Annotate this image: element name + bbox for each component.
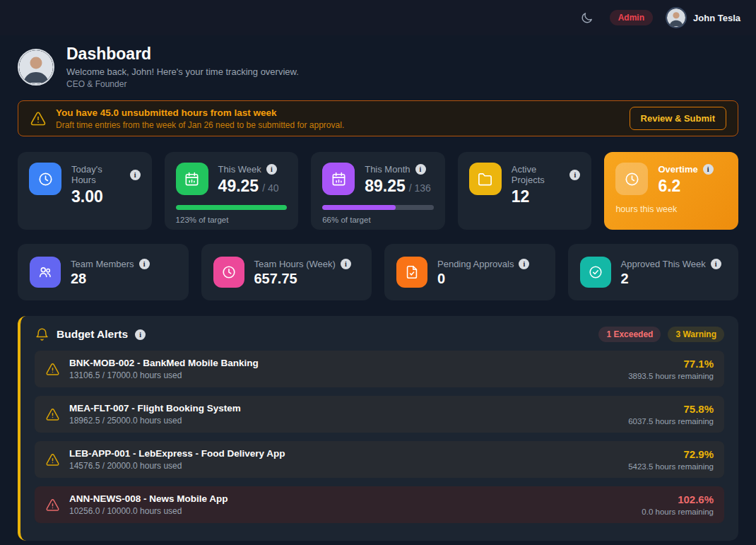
budget-alert-row[interactable]: BNK-MOB-002 - BankMed Mobile Banking 131… [35,351,724,387]
stat-caption: hours this week [615,204,727,214]
stat-card-this-month: This Month 89.25/ 136 66% of target [311,152,445,230]
stat-card-overtime: Overtime 6.2 hours this week [604,152,738,230]
info-icon[interactable] [711,259,721,269]
info-icon[interactable] [130,170,141,180]
user-name: John Tesla [693,13,740,23]
warning-triangle-icon [45,362,60,377]
warning-triangle-icon [30,110,47,127]
moon-icon [580,11,593,25]
banner-title: You have 45.0 unsubmitted hours from las… [56,107,344,118]
stat-card-this-week: This Week 49.25/ 40 123% of target [165,152,299,230]
clock-icon [213,257,244,288]
info-icon[interactable] [135,329,146,340]
admin-role-badge: Admin [610,10,653,25]
folder-icon [469,163,502,195]
clock-icon [615,163,648,195]
info-icon[interactable] [341,259,351,269]
stat-label: Today's Hours [71,164,125,185]
stat-value: 28 [71,271,150,287]
info-icon[interactable] [519,259,529,269]
stat-card-todays-hours: Today's Hours 3.00 [18,152,152,230]
hours-used: 14576.5 / 20000.0 hours used [69,461,285,471]
stat-card-team-members: Team Members 28 [18,244,189,300]
user-avatar [666,7,687,28]
progress-caption: 123% of target [176,216,288,224]
stat-target: / 40 [262,182,278,194]
stat-value: 0 [437,271,529,287]
info-icon[interactable] [703,164,714,175]
warning-triangle-icon [45,452,60,467]
info-icon[interactable] [139,259,150,269]
progress-caption: 66% of target [322,216,434,224]
progress-bar [176,205,288,210]
bell-icon [35,327,49,342]
stat-value: 89.25/ 136 [365,177,431,196]
top-bar: Admin John Tesla [0,0,756,35]
budget-percent: 77.1% [628,358,714,370]
user-menu[interactable]: John Tesla [666,7,740,28]
stats-row-primary: Today's Hours 3.00 This Week 49.25/ 40 1… [18,152,738,230]
project-name: ANN-NEWS-008 - News Mobile App [69,493,228,504]
stat-label: This Week [218,164,261,175]
page-subtitle: Welcome back, John! Here's your time tra… [66,66,299,77]
hours-used: 10256.0 / 10000.0 hours used [69,506,228,516]
info-icon[interactable] [569,170,580,180]
stat-label: This Month [365,164,410,175]
stat-value: 49.25/ 40 [218,177,279,196]
user-role: CEO & Founder [66,79,299,89]
stat-card-team-hours: Team Hours (Week) 657.75 [201,244,372,300]
calendar-icon [176,163,208,195]
stat-target: / 136 [409,182,431,194]
stat-label: Team Hours (Week) [254,259,336,269]
page-header: Dashboard Welcome back, John! Here's you… [18,45,738,89]
stat-label: Approved This Week [621,259,706,269]
warning-count-badge: 3 Warning [668,327,724,342]
budget-alert-row[interactable]: ANN-NEWS-008 - News Mobile App 10256.0 /… [35,486,724,523]
hours-used: 13106.5 / 17000.0 hours used [69,370,259,380]
check-circle-icon [580,257,611,288]
dark-mode-toggle[interactable] [577,8,597,28]
clock-icon [29,163,61,195]
stat-label: Overtime [658,164,697,175]
file-check-icon [396,257,427,288]
budget-percent: 75.8% [628,403,714,415]
calendar-icon [322,163,355,195]
stat-card-active-projects: Active Projects 12 [458,152,592,230]
project-name: BNK-MOB-002 - BankMed Mobile Banking [69,358,259,368]
page-title: Dashboard [66,45,299,64]
stat-value: 3.00 [71,187,141,206]
profile-avatar [18,49,54,86]
people-icon [30,257,61,288]
hours-remaining: 0.0 hours remaining [642,508,714,516]
hours-used: 18962.5 / 25000.0 hours used [69,416,241,426]
stat-value: 657.75 [254,271,351,287]
budget-percent: 102.6% [642,493,714,505]
stats-row-secondary: Team Members 28 Team Hours (Week) 657.75… [18,244,738,300]
project-name: LEB-APP-001 - LebExpress - Food Delivery… [69,448,285,459]
warning-triangle-icon [45,407,60,422]
info-icon[interactable] [415,164,426,175]
hours-remaining: 6037.5 hours remaining [628,417,714,426]
hours-remaining: 5423.5 hours remaining [628,462,714,471]
budget-alert-row[interactable]: MEA-FLT-007 - Flight Booking System 1896… [35,396,724,433]
stat-value: 12 [512,187,581,206]
budget-alerts-title: Budget Alerts [57,328,128,341]
budget-alert-row[interactable]: LEB-APP-001 - LebExpress - Food Delivery… [35,441,724,478]
exceeded-count-badge: 1 Exceeded [598,327,661,342]
project-name: MEA-FLT-007 - Flight Booking System [69,403,241,414]
stat-card-approved-this-week: Approved This Week 2 [568,244,739,300]
budget-alerts-panel: Budget Alerts 1 Exceeded 3 Warning BNK-M… [18,316,738,541]
hours-remaining: 3893.5 hours remaining [628,372,714,380]
stat-value: 2 [621,271,721,287]
stat-label: Pending Approvals [437,259,514,269]
info-icon[interactable] [266,164,277,175]
banner-subtitle: Draft time entries from the week of Jan … [56,120,344,130]
unsubmitted-hours-banner: You have 45.0 unsubmitted hours from las… [18,100,738,136]
progress-bar [322,205,434,210]
warning-triangle-icon [45,498,60,512]
stat-card-pending-approvals: Pending Approvals 0 [384,244,555,300]
stat-label: Team Members [71,259,134,269]
stat-label: Active Projects [512,164,565,185]
budget-percent: 72.9% [628,448,714,460]
review-submit-button[interactable]: Review & Submit [630,107,726,130]
